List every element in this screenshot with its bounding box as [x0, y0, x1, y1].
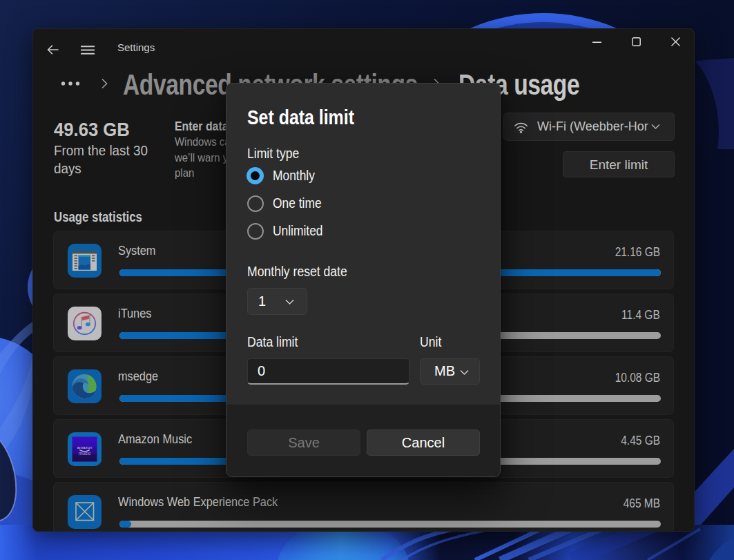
svg-text:music: music — [79, 451, 91, 456]
svg-text:amazon: amazon — [77, 445, 93, 450]
